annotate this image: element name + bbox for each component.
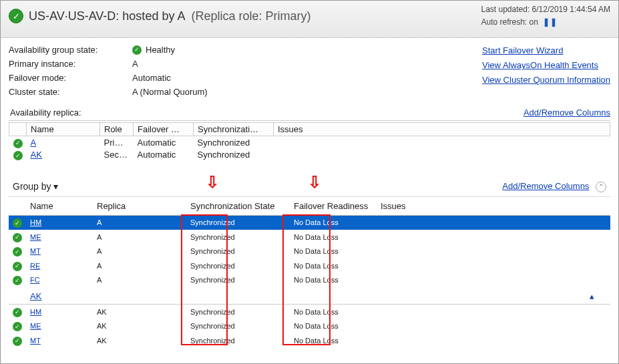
replica-sync: Synchronized [194, 149, 274, 162]
database-issues [377, 319, 610, 334]
db-col-status[interactable] [9, 197, 26, 216]
database-failover-readiness: No Data Loss [290, 273, 377, 288]
collapse-icon[interactable]: ⌃ [596, 182, 606, 192]
replica-row[interactable]: ✓AKSec…AutomaticSynchronized [9, 149, 610, 162]
add-remove-columns-link[interactable]: Add/Remove Columns [524, 108, 610, 118]
replica-name-link[interactable]: A [31, 138, 37, 148]
group-by-dropdown[interactable]: Group by ▾ [13, 181, 58, 192]
action-links: Start Failover Wizard View AlwaysOn Heal… [482, 43, 610, 87]
database-name-link[interactable]: RE [30, 262, 40, 270]
database-row[interactable]: ✓MTAKSynchronizedNo Data Loss [9, 333, 610, 347]
database-state-table: Name Replica Synchronization State Failo… [9, 197, 610, 347]
database-failover-readiness: No Data Loss [290, 333, 377, 347]
primary-instance-label: Primary instance: [9, 59, 132, 69]
check-icon: ✓ [13, 262, 22, 271]
group-name: AK [30, 291, 41, 301]
replica-table: Name Role Failover … Synchronizati… Issu… [9, 122, 610, 161]
database-row[interactable]: ✓REASynchronizedNo Data Loss [9, 258, 610, 273]
database-name-link[interactable]: FC [30, 276, 40, 284]
database-row[interactable]: ✓HMAKSynchronizedNo Data Loss [9, 305, 610, 319]
database-replica: AK [93, 319, 186, 334]
database-sync-state: Synchronized [186, 273, 290, 288]
database-replica: AK [93, 333, 186, 347]
db-col-replica[interactable]: Replica [93, 197, 186, 216]
view-quorum-info-link[interactable]: View Cluster Quorum Information [482, 75, 610, 85]
database-failover-readiness: No Data Loss [290, 230, 377, 244]
database-sync-state: Synchronized [186, 319, 290, 334]
chevron-up-icon: ▴ [590, 291, 606, 301]
db-col-name[interactable]: Name [26, 197, 93, 216]
ag-state-label: Availability group state: [9, 45, 132, 55]
db-col-issues[interactable]: Issues [377, 197, 610, 216]
database-failover-readiness: No Data Loss [290, 305, 377, 319]
cluster-state-label: Cluster state: [9, 87, 132, 97]
db-col-fail[interactable]: Failover Readiness [290, 197, 377, 216]
col-failover[interactable]: Failover … [134, 123, 194, 136]
status-ok-icon: ✓ [9, 9, 23, 23]
database-row[interactable]: ✓FCASynchronizedNo Data Loss [9, 273, 610, 288]
replica-name-link[interactable]: AK [31, 150, 42, 160]
database-row[interactable]: ✓MEAKSynchronizedNo Data Loss [9, 319, 610, 334]
database-name-link[interactable]: MT [30, 337, 41, 345]
database-replica: A [93, 244, 186, 259]
pause-icon[interactable]: ❚❚ [543, 17, 558, 27]
database-replica: A [93, 230, 186, 244]
check-icon: ✓ [132, 45, 142, 55]
database-replica: AK [93, 305, 186, 319]
database-issues [377, 215, 610, 230]
check-icon: ✓ [13, 276, 22, 285]
check-icon: ✓ [13, 139, 23, 148]
database-replica: A [93, 258, 186, 273]
database-failover-readiness: No Data Loss [290, 258, 377, 273]
db-col-sync[interactable]: Synchronization State [186, 197, 290, 216]
database-issues [377, 244, 610, 259]
database-issues [377, 258, 610, 273]
database-sync-state: Synchronized [186, 215, 290, 230]
replica-failover: Automatic [134, 149, 194, 162]
database-issues [377, 230, 610, 244]
database-row[interactable]: ✓MEASynchronizedNo Data Loss [9, 230, 610, 244]
replica-sync: Synchronized [194, 136, 274, 149]
database-name-link[interactable]: ME [30, 233, 41, 241]
start-failover-wizard-link[interactable]: Start Failover Wizard [482, 45, 563, 55]
group-header-row[interactable]: AK▴ [9, 287, 610, 305]
check-icon: ✓ [13, 151, 23, 160]
replica-role: Sec… [100, 149, 134, 162]
dashboard-header: ✓ US-AV·US-AV-D: hosted by A (Replica ro… [1, 1, 618, 38]
check-icon: ✓ [13, 322, 22, 331]
page-title: US-AV·US-AV-D: hosted by A (Replica role… [29, 9, 311, 23]
database-sync-state: Synchronized [186, 333, 290, 347]
chevron-down-icon: ▾ [53, 181, 58, 192]
replica-issues [274, 149, 610, 162]
database-replica: A [93, 215, 186, 230]
col-status[interactable] [9, 123, 27, 136]
replica-row[interactable]: ✓APri…AutomaticSynchronized [9, 136, 610, 149]
database-name-link[interactable]: MT [30, 247, 41, 255]
database-sync-state: Synchronized [186, 305, 290, 319]
col-issues[interactable]: Issues [274, 123, 610, 136]
database-failover-readiness: No Data Loss [290, 215, 377, 230]
database-row[interactable]: ✓MTASynchronizedNo Data Loss [9, 244, 610, 259]
database-name-link[interactable]: ME [30, 322, 41, 330]
check-icon: ✓ [13, 337, 22, 346]
database-sync-state: Synchronized [186, 258, 290, 273]
database-name-link[interactable]: HM [30, 308, 41, 316]
check-icon: ✓ [13, 218, 22, 228]
availability-replica-heading: Availability replica: [10, 108, 81, 118]
col-role[interactable]: Role [100, 123, 134, 136]
col-sync[interactable]: Synchronizati… [194, 123, 274, 136]
ag-state-value: Healthy [146, 45, 175, 55]
database-failover-readiness: No Data Loss [290, 319, 377, 334]
check-icon: ✓ [13, 233, 22, 242]
replica-issues [274, 136, 610, 149]
database-issues [377, 305, 610, 319]
database-name-link[interactable]: HM [30, 218, 41, 226]
failover-mode-label: Failover mode: [9, 73, 132, 83]
add-remove-columns-link-2[interactable]: Add/Remove Columns [502, 181, 589, 191]
database-failover-readiness: No Data Loss [290, 244, 377, 259]
view-health-events-link[interactable]: View AlwaysOn Health Events [482, 60, 598, 70]
replica-role: Pri… [100, 136, 134, 149]
database-row[interactable]: ✓HMASynchronizedNo Data Loss [9, 215, 610, 230]
cluster-state-value: A (Normal Quorum) [132, 87, 610, 97]
col-name[interactable]: Name [27, 123, 100, 136]
